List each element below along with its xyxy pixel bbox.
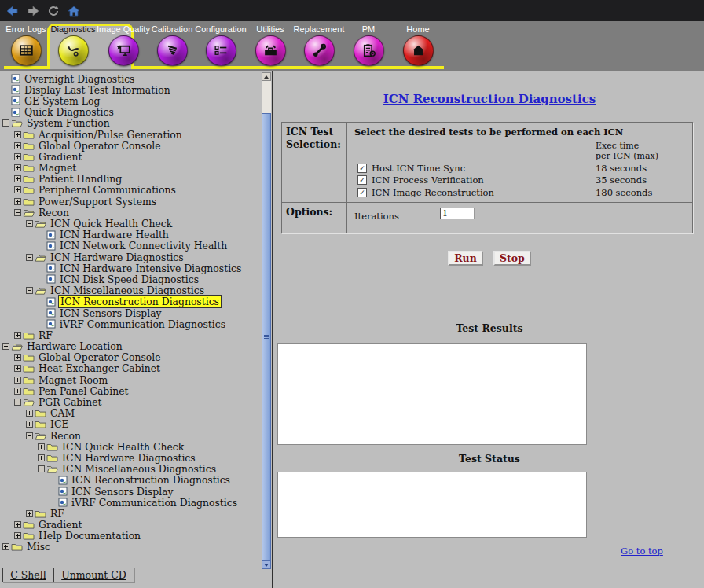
tree-item-label[interactable]: Patient Handling [37, 173, 123, 185]
go-to-top-link[interactable]: Go to top [621, 546, 663, 557]
tree-item[interactable]: ICN Network Connectivity Health [0, 241, 262, 252]
expander-plus-icon[interactable] [14, 521, 21, 528]
tree-item[interactable]: CAM [0, 408, 262, 419]
tree-item[interactable]: ICN Miscellaneous Diagnostics [0, 464, 262, 475]
forward-icon[interactable] [26, 4, 40, 18]
back-icon[interactable] [6, 4, 20, 18]
iterations-input[interactable] [440, 208, 475, 219]
expander-plus-icon[interactable] [38, 443, 45, 450]
run-button[interactable]: Run [448, 251, 483, 266]
scrollbar-down-arrow[interactable] [262, 560, 271, 569]
expander-plus-icon[interactable] [14, 131, 21, 138]
tree-item[interactable]: Pen Panel Cabinet [0, 385, 262, 396]
tree-item[interactable]: iVRF Communication Diagnostics [0, 497, 262, 508]
tree-item[interactable]: Heat Exchanger Cabinet [0, 363, 262, 374]
tree-item-label[interactable]: Recon [37, 207, 71, 219]
tree-item-label[interactable]: ICN Reconstruction Diagnostics [70, 474, 232, 486]
tree-item[interactable]: ICN Quick Health Check [0, 441, 262, 452]
tree-item[interactable]: Gradient [0, 520, 262, 531]
expander-plus-icon[interactable] [14, 164, 21, 171]
expander-minus-icon[interactable] [26, 287, 33, 294]
tree-item[interactable]: Global Operator Console [0, 140, 262, 151]
tree-item-label[interactable]: ICN Quick Health Check [60, 441, 185, 453]
tree-item[interactable]: Gradient [0, 151, 262, 162]
tree-item[interactable]: Recon [0, 207, 262, 218]
tree-item[interactable]: System Function [0, 118, 262, 129]
tree-item-label[interactable]: ICN Hardware Diagnostics [49, 252, 185, 263]
tree-item[interactable]: PGR Cabinet [0, 396, 262, 407]
expander-plus-icon[interactable] [14, 532, 21, 539]
scrollbar-thumb[interactable] [262, 113, 271, 560]
tree-item[interactable]: ICN Hardware Health [0, 230, 262, 241]
expander-plus-icon[interactable] [2, 543, 9, 550]
expander-minus-icon[interactable] [14, 399, 21, 406]
tree-item[interactable]: Help Documentation [0, 531, 262, 542]
expander-plus-icon[interactable] [26, 421, 33, 428]
tree-item-label[interactable]: Magnet Room [37, 374, 109, 386]
tree-item[interactable]: ICN Reconstruction Diagnostics [0, 296, 262, 307]
tree-item[interactable]: Recon [0, 430, 262, 441]
expander-minus-icon[interactable] [26, 254, 33, 261]
tree-item-label[interactable]: ICN Sensors Display [58, 307, 163, 319]
tree-item-label[interactable]: Help Documentation [37, 530, 142, 542]
tree-item-label[interactable]: PGR Cabinet [37, 396, 104, 408]
tree-item[interactable]: GE System Log [0, 95, 262, 106]
refresh-icon[interactable] [46, 4, 60, 18]
tree-item-label[interactable]: ICE [49, 418, 70, 430]
tree-item-label[interactable]: ICN Miscellaneous Diagnostics [60, 463, 218, 475]
expander-plus-icon[interactable] [14, 198, 21, 205]
checkbox[interactable]: ✓ [358, 175, 367, 185]
tree-item-label[interactable]: Pen Panel Cabinet [37, 385, 130, 397]
tree-item-label[interactable]: Misc [25, 541, 52, 553]
tree-item-label[interactable]: GE System Log [23, 95, 101, 107]
page-title-link[interactable]: ICN Reconstruction Diagnostics [275, 92, 704, 106]
tree-item-label[interactable]: iVRF Communication Diagnostics [70, 497, 239, 509]
expander-plus-icon[interactable] [26, 510, 33, 517]
tree-item-label[interactable]: Gradient [37, 519, 83, 531]
tree-item-label[interactable]: Acquisition/Pulse Generation [37, 129, 184, 141]
tree-item[interactable]: ICN Reconstruction Diagnostics [0, 475, 262, 486]
tree-item-label[interactable]: ICN Hardware Health [58, 229, 170, 241]
expander-minus-icon[interactable] [2, 343, 9, 350]
tree-item-label[interactable]: Quick Diagnostics [23, 106, 116, 118]
tree-item-label[interactable]: ICN Hardware Intensive Diagnostics [58, 263, 243, 274]
tree-item[interactable]: ICE [0, 419, 262, 430]
tree-item[interactable]: ICN Hardware Intensive Diagnostics [0, 263, 262, 274]
tree-item-label[interactable]: ICN Hardware Diagnostics [60, 452, 197, 464]
tree-item[interactable]: ICN Disk Speed Diagnostics [0, 274, 262, 285]
tree-item-label[interactable]: Hardware Location [25, 340, 124, 352]
tree-item[interactable]: Misc [0, 542, 262, 553]
tree-item[interactable]: ICN Sensors Display [0, 307, 262, 318]
tree-item-label[interactable]: Overnight Diagnostics [23, 73, 136, 85]
tree-item-label[interactable]: Power/Support Systems [37, 196, 158, 208]
expander-plus-icon[interactable] [14, 186, 21, 193]
tree-item[interactable]: Overnight Diagnostics [0, 73, 262, 84]
tree-item[interactable]: Power/Support Systems [0, 196, 262, 207]
tree-item[interactable]: Quick Diagnostics [0, 107, 262, 118]
stop-button[interactable]: Stop [493, 251, 531, 266]
c-shell-link[interactable]: C Shell [3, 569, 53, 581]
tree-item[interactable]: Display Last Test Information [0, 84, 262, 95]
tree-item[interactable]: ICN Sensors Display [0, 486, 262, 497]
tree-item-label[interactable]: Magnet [37, 162, 78, 174]
expander-plus-icon[interactable] [14, 377, 21, 384]
tree-item-label[interactable]: ICN Sensors Display [70, 486, 175, 498]
tree-item-label[interactable]: Gradient [37, 151, 83, 163]
tree-item[interactable]: Global Operator Console [0, 352, 262, 363]
expander-plus-icon[interactable] [26, 410, 33, 417]
expander-minus-icon[interactable] [38, 465, 45, 472]
tree-item-label[interactable]: iVRF Communication Diagnostics [58, 318, 227, 330]
tree-item-label[interactable]: RF [37, 329, 54, 341]
checkbox[interactable]: ✓ [358, 164, 367, 173]
tree-item[interactable]: Magnet [0, 163, 262, 174]
tree-item[interactable]: Acquisition/Pulse Generation [0, 129, 262, 140]
expander-minus-icon[interactable] [26, 220, 33, 227]
tree-item[interactable]: RF [0, 508, 262, 519]
expander-plus-icon[interactable] [14, 388, 21, 395]
expander-plus-icon[interactable] [14, 175, 21, 182]
tree-item-label[interactable]: Global Operator Console [37, 140, 163, 152]
tree-item-label[interactable]: Recon [49, 430, 82, 442]
tree-item-label[interactable]: Peripheral Communications [37, 184, 178, 196]
expander-minus-icon[interactable] [14, 209, 21, 216]
expander-plus-icon[interactable] [14, 153, 21, 160]
